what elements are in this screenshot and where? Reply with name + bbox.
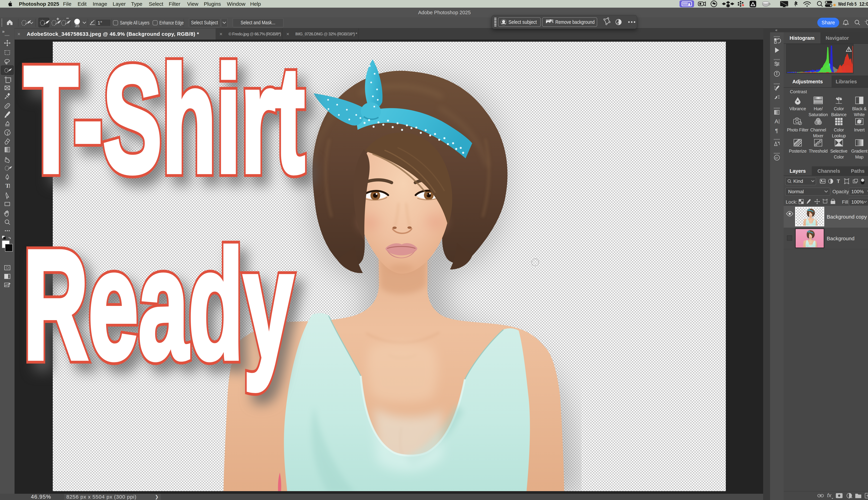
svg-text:Select subject: Select subject <box>509 19 537 25</box>
svg-text:T-Shirt: T-Shirt <box>24 35 305 204</box>
svg-text:Remove background: Remove background <box>555 19 595 25</box>
svg-text:Ready: Ready <box>23 218 294 393</box>
